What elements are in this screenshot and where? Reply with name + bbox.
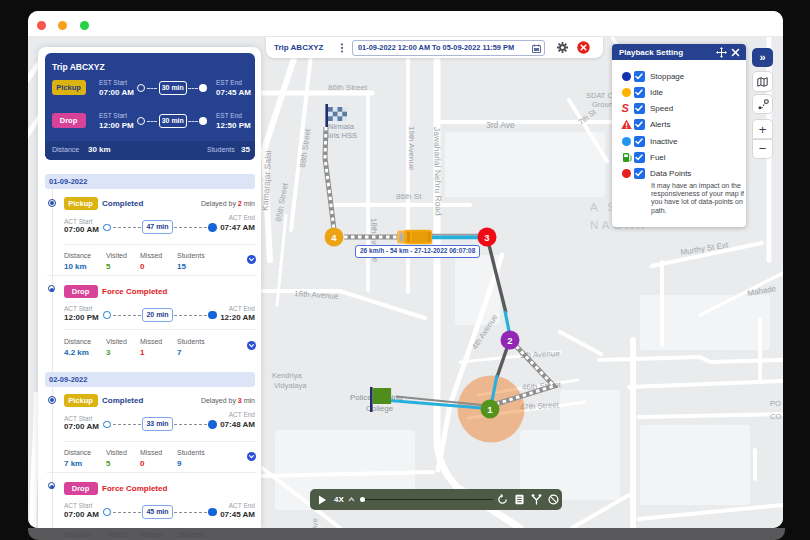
svg-text:2: 2	[507, 335, 512, 346]
svg-text:CO: CO	[770, 412, 781, 421]
svg-text:86th Street: 86th Street	[328, 83, 368, 92]
svg-text:Jawaharlal Nehru Road: Jawaharlal Nehru Road	[432, 127, 444, 216]
svg-text:19th Avenue: 19th Avenue	[407, 126, 416, 171]
svg-text:Vidyalaya: Vidyalaya	[274, 381, 307, 390]
svg-text:3: 3	[484, 232, 489, 243]
svg-text:86th St: 86th St	[396, 192, 422, 201]
svg-text:1: 1	[487, 404, 493, 415]
svg-text:Kendriya: Kendriya	[272, 371, 302, 380]
svg-text:Nirmala: Nirmala	[328, 122, 355, 131]
svg-text:3rd Ave: 3rd Ave	[486, 120, 515, 130]
svg-text:4: 4	[331, 232, 337, 243]
svg-text:Girls HSS: Girls HSS	[324, 131, 357, 140]
svg-text:PO: PO	[770, 399, 781, 408]
svg-text:Ave: Ave	[310, 518, 319, 528]
